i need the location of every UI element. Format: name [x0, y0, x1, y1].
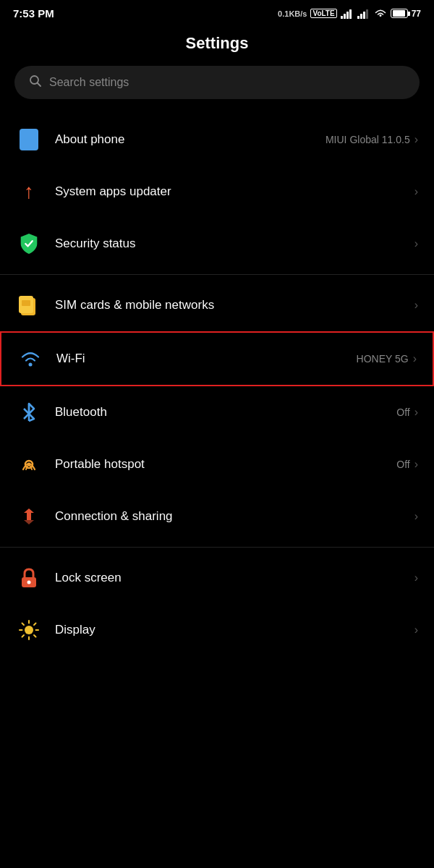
svg-point-23 — [25, 626, 33, 634]
about-phone-icon — [16, 127, 42, 153]
settings-item-portable-hotspot[interactable]: Portable hotspot Off › — [0, 438, 434, 490]
settings-item-system-apps-updater[interactable]: ↑ System apps updater › — [0, 166, 434, 218]
wifi-status-icon — [374, 9, 387, 19]
system-apps-updater-icon: ↑ — [16, 179, 42, 205]
connection-sharing-label: Connection & sharing — [55, 509, 173, 524]
search-bar[interactable]: Search settings — [14, 66, 420, 99]
page-title: Settings — [0, 24, 434, 66]
svg-point-22 — [27, 581, 31, 584]
status-bar: 7:53 PM 0.1KB/s VoLTE 77 — [0, 0, 434, 24]
signal-icon-1 — [341, 9, 354, 19]
network-speed: 0.1KB/s — [278, 9, 307, 18]
search-icon — [29, 75, 42, 90]
security-status-icon — [16, 231, 42, 257]
wifi-icon — [17, 346, 43, 372]
bluetooth-label: Bluetooth — [55, 405, 107, 420]
divider-2 — [0, 547, 434, 548]
sim-cards-icon — [16, 292, 42, 318]
svg-point-18 — [27, 463, 31, 467]
display-chevron: › — [414, 624, 418, 637]
bluetooth-value: Off — [396, 407, 409, 418]
svg-rect-2 — [346, 12, 349, 19]
security-status-chevron: › — [414, 237, 418, 250]
system-apps-updater-chevron: › — [414, 185, 418, 198]
settings-item-bluetooth[interactable]: Bluetooth Off › — [0, 386, 434, 438]
svg-line-31 — [22, 635, 25, 637]
portable-hotspot-value: Off — [396, 459, 409, 470]
wifi-chevron: › — [413, 352, 417, 365]
settings-item-lock-screen[interactable]: Lock screen › — [0, 552, 434, 604]
connection-sharing-chevron: › — [414, 510, 418, 523]
svg-rect-3 — [349, 9, 352, 19]
svg-line-30 — [34, 624, 36, 626]
system-apps-updater-label: System apps updater — [55, 184, 171, 199]
svg-line-29 — [34, 635, 36, 637]
security-status-label: Security status — [55, 237, 136, 251]
svg-rect-0 — [341, 16, 343, 19]
signal-icon-2 — [357, 9, 370, 19]
display-label: Display — [55, 623, 95, 637]
portable-hotspot-chevron: › — [414, 458, 418, 471]
bluetooth-chevron: › — [414, 406, 418, 419]
svg-line-28 — [22, 624, 25, 626]
settings-item-wifi[interactable]: Wi-Fi HONEY 5G › — [0, 331, 434, 386]
settings-item-connection-sharing[interactable]: Connection & sharing › — [0, 490, 434, 542]
status-right: 0.1KB/s VoLTE 77 — [278, 9, 421, 19]
portable-hotspot-icon — [16, 451, 42, 477]
settings-item-about-phone[interactable]: About phone MIUI Global 11.0.5 › — [0, 114, 434, 166]
search-placeholder: Search settings — [49, 76, 129, 89]
settings-item-sim-cards[interactable]: SIM cards & mobile networks › — [0, 279, 434, 331]
svg-rect-12 — [22, 300, 30, 306]
sim-cards-chevron: › — [414, 299, 418, 312]
settings-item-security-status[interactable]: Security status › — [0, 218, 434, 270]
svg-rect-6 — [363, 12, 365, 19]
svg-rect-7 — [366, 9, 368, 19]
display-icon — [16, 617, 42, 643]
svg-rect-4 — [357, 16, 359, 19]
wifi-value: HONEY 5G — [357, 353, 409, 365]
portable-hotspot-label: Portable hotspot — [55, 457, 145, 472]
lock-screen-chevron: › — [414, 571, 418, 584]
svg-rect-5 — [360, 14, 362, 19]
settings-list: About phone MIUI Global 11.0.5 › ↑ Syste… — [0, 114, 434, 656]
divider-1 — [0, 274, 434, 275]
sim-cards-label: SIM cards & mobile networks — [55, 298, 214, 312]
svg-rect-1 — [344, 14, 346, 19]
settings-item-display[interactable]: Display › — [0, 604, 434, 656]
lock-screen-icon — [16, 565, 42, 591]
svg-line-9 — [38, 83, 41, 87]
status-time: 7:53 PM — [13, 7, 54, 20]
about-phone-chevron: › — [414, 133, 418, 146]
svg-point-13 — [29, 363, 33, 367]
bluetooth-icon — [16, 399, 42, 425]
wifi-label: Wi-Fi — [56, 352, 85, 366]
about-phone-value: MIUI Global 11.0.5 — [326, 134, 410, 145]
battery-icon — [391, 9, 408, 18]
connection-sharing-icon — [16, 503, 42, 529]
lock-screen-label: Lock screen — [55, 571, 122, 585]
about-phone-label: About phone — [55, 132, 124, 147]
volte-icon: VoLTE — [310, 9, 336, 18]
battery-percent: 77 — [412, 9, 421, 19]
svg-marker-20 — [24, 513, 34, 524]
